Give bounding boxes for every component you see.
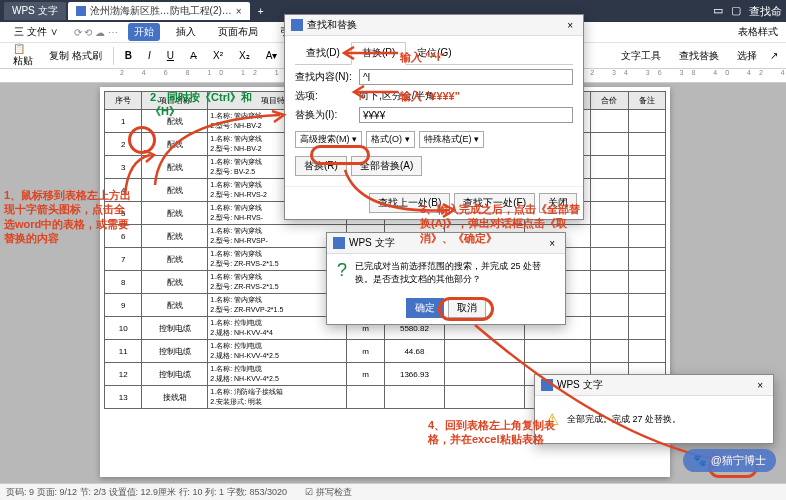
- paste-button[interactable]: 📋粘贴: [8, 40, 38, 71]
- format-combo[interactable]: 格式(O) ▾: [366, 131, 415, 148]
- cancel-button[interactable]: 取消: [448, 298, 486, 318]
- close-tab-icon[interactable]: ×: [236, 6, 242, 17]
- bold-button[interactable]: B: [120, 47, 137, 64]
- find-input[interactable]: [359, 69, 573, 85]
- done-msg: 全部完成。完成 27 处替换。: [567, 413, 681, 426]
- tab-goto[interactable]: 定位(G): [406, 42, 462, 64]
- wps-icon: [333, 237, 345, 249]
- adv-search[interactable]: 高级搜索(M) ▾: [295, 131, 362, 148]
- replace-label: 替换为(I):: [295, 108, 355, 122]
- col-header: 合价: [591, 92, 628, 110]
- dialog-title: WPS 文字: [557, 378, 603, 392]
- dialog-title: WPS 文字: [349, 236, 395, 250]
- status-page: 页码: 9 页面: 9/12 节: 2/3 设置值: 12.9厘米 行: 10 …: [6, 486, 287, 499]
- restore-icon[interactable]: ▢: [731, 4, 741, 19]
- wps-icon: [76, 6, 86, 16]
- super-button[interactable]: X²: [208, 47, 228, 64]
- table-row[interactable]: 11控制电缆1.名称: 控制电缆 2.规格: NH-KVV-4*2.5m44.6…: [105, 340, 666, 363]
- app-tab[interactable]: WPS 文字: [4, 2, 66, 20]
- italic-button[interactable]: I: [143, 47, 156, 64]
- ok-button[interactable]: 确定: [406, 298, 444, 318]
- underline-button[interactable]: U: [162, 47, 179, 64]
- opts-label: 选项:: [295, 89, 355, 103]
- col-header: 备注: [628, 92, 665, 110]
- arrow-icon[interactable]: ↗: [770, 50, 778, 61]
- find-next-button[interactable]: 查找下一处(F): [454, 193, 535, 213]
- doc-tab[interactable]: 沧州渤海新区胜…防电工程(2)… ×: [68, 2, 250, 20]
- tab-layout[interactable]: 页面布局: [212, 23, 264, 41]
- strike-button[interactable]: A̶: [185, 47, 202, 64]
- tab-replace[interactable]: 替换(P): [351, 42, 406, 65]
- group-table-style[interactable]: 表格样式: [738, 25, 778, 39]
- wps-icon: [291, 19, 303, 31]
- find-label: 查找内容(N):: [295, 70, 355, 84]
- confirm-dialog: WPS 文字 × ? 已完成对当前选择范围的搜索，并完成 25 处替换。是否查找…: [326, 232, 566, 325]
- menu-icon[interactable]: ▭: [713, 4, 723, 19]
- highlight-button[interactable]: A▾: [261, 47, 283, 64]
- dialog-title: 查找和替换: [307, 18, 357, 32]
- wps-icon: [541, 379, 553, 391]
- warning-icon: ⚠: [545, 410, 559, 429]
- status-mode: 拼写检查: [316, 487, 352, 497]
- paw-icon: 🐾: [693, 454, 707, 467]
- tab-home[interactable]: 开始: [128, 23, 160, 41]
- add-tab-icon[interactable]: +: [252, 6, 270, 17]
- done-dialog: WPS 文字 × ⚠ 全部完成。完成 27 处替换。: [534, 374, 774, 444]
- replace-button[interactable]: 替换(R): [295, 156, 347, 176]
- close-icon[interactable]: ×: [753, 380, 767, 391]
- copy-format[interactable]: 复制 格式刷: [44, 46, 107, 66]
- search-cmd[interactable]: 查找命: [749, 4, 782, 19]
- col-header: 序号: [105, 92, 142, 110]
- special-combo[interactable]: 特殊格式(E) ▾: [419, 131, 485, 148]
- opts-text: 向下,区分全/半角: [359, 89, 435, 103]
- find-replace-dialog: 查找和替换 × 查找(D) 替换(P) 定位(G) 查找内容(N): 选项: 向…: [284, 14, 584, 220]
- watermark: 🐾 @猫宁博士: [683, 449, 776, 472]
- close-button[interactable]: 关闭: [539, 193, 577, 213]
- confirm-msg: 已完成对当前选择范围的搜索，并完成 25 处替换。是否查找文档的其他部分？: [355, 260, 555, 286]
- text-tool[interactable]: 文字工具: [616, 46, 666, 66]
- question-icon: ?: [337, 260, 347, 281]
- statusbar: 页码: 9 页面: 9/12 节: 2/3 设置值: 12.9厘米 行: 10 …: [0, 483, 786, 500]
- replace-input[interactable]: [359, 107, 573, 123]
- sub-button[interactable]: X₂: [234, 47, 255, 64]
- close-icon[interactable]: ×: [563, 20, 577, 31]
- find-replace-btn[interactable]: 查找替换: [674, 46, 724, 66]
- tab-find[interactable]: 查找(D): [295, 42, 351, 64]
- tab-insert[interactable]: 插入: [170, 23, 202, 41]
- file-menu[interactable]: 三 文件 ∨: [8, 23, 64, 41]
- close-icon[interactable]: ×: [545, 238, 559, 249]
- replace-all-button[interactable]: 全部替换(A): [351, 156, 422, 176]
- find-prev-button[interactable]: 查找上一处(B): [369, 193, 450, 213]
- select-btn[interactable]: 选择: [732, 46, 762, 66]
- col-header: 项目名称: [142, 92, 208, 110]
